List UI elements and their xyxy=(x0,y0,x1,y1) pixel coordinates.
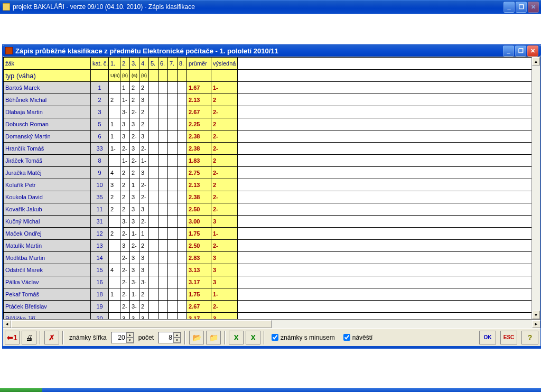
student-name[interactable]: Modlitba Martin xyxy=(4,252,91,264)
grade-cell[interactable] xyxy=(168,203,178,216)
inner-close-button[interactable]: ✕ xyxy=(527,45,538,57)
student-name[interactable]: Domanský Martin xyxy=(4,130,91,143)
table-row[interactable]: Bartoš Marek11221.671- xyxy=(4,82,532,94)
grade-cell[interactable] xyxy=(168,264,178,276)
grade-cell[interactable]: 1- xyxy=(139,155,149,167)
grade-cell[interactable]: 2 xyxy=(130,167,139,179)
grade-cell[interactable] xyxy=(158,191,168,203)
grade-cell[interactable] xyxy=(178,252,187,264)
grade-cell[interactable] xyxy=(178,276,187,288)
grade-cell[interactable]: 2 xyxy=(139,288,149,301)
grade-cell[interactable] xyxy=(168,276,178,288)
kat-number[interactable]: 3 xyxy=(91,106,109,118)
grade-cell[interactable]: 2- xyxy=(120,264,130,276)
pocet-input[interactable] xyxy=(158,334,173,341)
final-grade-cell[interactable]: 2- xyxy=(211,130,238,143)
final-grade-cell[interactable]: 2 xyxy=(211,179,238,191)
grade-cell[interactable] xyxy=(149,276,158,288)
final-grade-cell[interactable]: 2 xyxy=(211,155,238,167)
grade-cell[interactable]: 3 xyxy=(130,252,139,264)
grade-cell[interactable]: 2- xyxy=(130,155,139,167)
student-name[interactable]: Pálka Václav xyxy=(4,276,91,288)
student-name[interactable]: Jiráček Tomáš xyxy=(4,155,91,167)
grade-cell[interactable] xyxy=(168,130,178,143)
grade-cell[interactable] xyxy=(158,143,168,155)
grade-cell[interactable]: 2- xyxy=(120,143,130,155)
grade-cell[interactable] xyxy=(158,130,168,143)
pocet-up-icon[interactable]: ▲ xyxy=(173,332,181,338)
final-grade-cell[interactable]: 3 xyxy=(211,313,238,320)
grade-cell[interactable]: 2 xyxy=(130,94,139,106)
final-grade-cell[interactable]: 2- xyxy=(211,203,238,216)
grade-cell[interactable]: 1- xyxy=(120,94,130,106)
grade-cell[interactable]: 1- xyxy=(120,155,130,167)
grade-cell[interactable] xyxy=(168,179,178,191)
table-row[interactable]: Kučný Michal313-32-3.003 xyxy=(4,216,532,228)
grade-cell[interactable] xyxy=(149,191,158,203)
final-grade-cell[interactable]: 3 xyxy=(211,216,238,228)
inner-maximize-button[interactable]: ❐ xyxy=(515,45,526,57)
grade-cell[interactable]: 2 xyxy=(120,167,130,179)
import-excel-button[interactable]: X xyxy=(246,331,260,344)
grade-cell[interactable] xyxy=(158,288,168,301)
table-row[interactable]: Juračka Matěj942232.752- xyxy=(4,167,532,179)
grade-cell[interactable] xyxy=(158,240,168,252)
grade-cell[interactable]: 3- xyxy=(120,106,130,118)
grade-cell[interactable] xyxy=(178,216,187,228)
final-grade-cell[interactable]: 2- xyxy=(211,143,238,155)
kat-number[interactable]: 15 xyxy=(91,264,109,276)
final-grade-cell[interactable]: 2- xyxy=(211,191,238,203)
grade-cell[interactable] xyxy=(178,203,187,216)
final-grade-cell[interactable]: 3 xyxy=(211,264,238,276)
sirka-spinner[interactable]: ▲▼ xyxy=(111,332,134,343)
grade-cell[interactable] xyxy=(149,301,158,313)
grade-cell[interactable] xyxy=(168,240,178,252)
grade-cell[interactable] xyxy=(158,82,168,94)
kat-number[interactable]: 18 xyxy=(91,288,109,301)
grade-cell[interactable] xyxy=(158,94,168,106)
grade-cell[interactable]: 2- xyxy=(120,276,130,288)
grade-cell[interactable] xyxy=(168,118,178,130)
grade-cell[interactable] xyxy=(168,301,178,313)
grade-cell[interactable] xyxy=(178,288,187,301)
final-grade-cell[interactable]: 1- xyxy=(211,228,238,240)
grade-cell[interactable] xyxy=(158,252,168,264)
grade-cell[interactable] xyxy=(158,313,168,320)
grade-cell[interactable] xyxy=(158,203,168,216)
grade-cell[interactable]: 2 xyxy=(139,240,149,252)
maximize-button[interactable]: ❐ xyxy=(516,2,527,13)
grade-cell[interactable] xyxy=(149,167,158,179)
grade-cell[interactable] xyxy=(158,167,168,179)
table-row[interactable]: Matulík Martin1332-22.502- xyxy=(4,240,532,252)
grade-cell[interactable]: 3- xyxy=(120,216,130,228)
horizontal-scrollbar[interactable]: ◄ ► xyxy=(3,320,540,328)
grade-cell[interactable] xyxy=(168,143,178,155)
final-grade-cell[interactable]: 2 xyxy=(211,118,238,130)
grade-cell[interactable] xyxy=(149,252,158,264)
kat-number[interactable]: 14 xyxy=(91,252,109,264)
kat-number[interactable]: 12 xyxy=(91,228,109,240)
grade-cell[interactable]: 3 xyxy=(120,240,130,252)
minus-checkbox[interactable]: známky s minusem xyxy=(272,334,335,341)
grade-cell[interactable] xyxy=(149,179,158,191)
table-row[interactable]: Kovařík Jakub1122332.502- xyxy=(4,203,532,216)
student-name[interactable]: Kovařík Jakub xyxy=(4,203,91,216)
kat-number[interactable]: 33 xyxy=(91,143,109,155)
grade-cell[interactable]: 2 xyxy=(109,203,120,216)
grade-cell[interactable] xyxy=(149,203,158,216)
grade-cell[interactable]: 2- xyxy=(130,130,139,143)
grade-cell[interactable]: 2- xyxy=(120,301,130,313)
grade-cell[interactable]: 1 xyxy=(139,228,149,240)
grade-cell[interactable] xyxy=(109,216,120,228)
grade-cell[interactable] xyxy=(158,155,168,167)
grade-cell[interactable]: 2 xyxy=(130,82,139,94)
grade-cell[interactable] xyxy=(178,82,187,94)
vertical-scrollbar[interactable]: ▲ ▼ xyxy=(531,57,540,319)
table-row[interactable]: Koukola David352232-2.382- xyxy=(4,191,532,203)
kat-number[interactable]: 2 xyxy=(91,94,109,106)
kat-number[interactable]: 31 xyxy=(91,216,109,228)
grade-cell[interactable] xyxy=(178,155,187,167)
grade-cell[interactable]: 2 xyxy=(109,228,120,240)
scroll-down-icon[interactable]: ▼ xyxy=(532,311,540,319)
scroll-right-icon[interactable]: ► xyxy=(532,320,540,328)
